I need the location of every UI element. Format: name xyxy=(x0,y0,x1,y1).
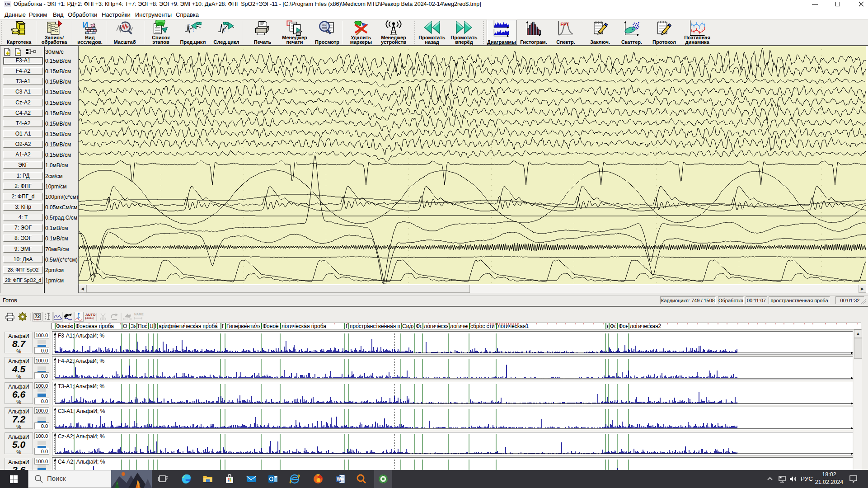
svg-text:Cz-A2; АльфаИ; %: Cz-A2; АльфаИ; % xyxy=(58,433,105,440)
svg-text:F3-A1; АльфаИ; %: F3-A1; АльфаИ; % xyxy=(58,333,104,339)
svg-text:C3-A1; АльфаИ; %: C3-A1; АльфаИ; % xyxy=(58,408,105,414)
svg-text:T3-A1; АльфаИ; %: T3-A1; АльфаИ; % xyxy=(58,383,104,389)
svg-text:W: W xyxy=(337,477,341,482)
svg-text:C4-A2; АльфаИ; %: C4-A2; АльфаИ; % xyxy=(58,459,105,465)
svg-text:F4-A2; АльфаИ; %: F4-A2; АльфаИ; % xyxy=(58,358,104,364)
